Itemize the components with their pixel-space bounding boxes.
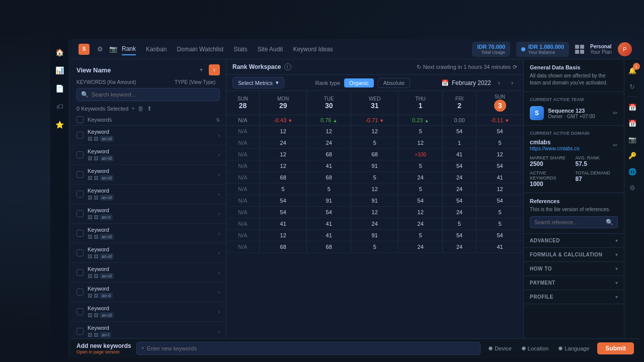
accordion-item[interactable]: ADVANCED ▾: [524, 234, 624, 248]
data-cell: 12: [351, 207, 398, 218]
kw-tag: an-id: [100, 155, 114, 161]
nav-kanban[interactable]: Kanban: [146, 44, 167, 55]
list-item[interactable]: Keyword 🖼 🖼 an-n ›: [70, 204, 226, 224]
device-filter-button[interactable]: Device: [486, 344, 515, 353]
kw-expand-icon[interactable]: ›: [218, 290, 220, 295]
nav-stats[interactable]: Stats: [233, 44, 247, 55]
accordion-item[interactable]: FORMULA & CALCULATION ▾: [524, 248, 624, 262]
next-date-button[interactable]: ›: [507, 78, 517, 88]
info-icon[interactable]: i: [284, 63, 291, 70]
total-demand-value: 87: [576, 175, 618, 183]
right-icon-6[interactable]: 🌐: [626, 165, 638, 177]
kw-expand-icon[interactable]: ›: [218, 250, 220, 256]
edit-domain-icon[interactable]: ✏: [613, 142, 618, 149]
domain-url[interactable]: https://www.cmlabs.co: [530, 146, 580, 151]
data-cell: 54: [476, 126, 523, 137]
document-icon[interactable]: 📄: [53, 81, 67, 96]
open-full-link[interactable]: Open in page version: [76, 349, 131, 354]
kw-expand-icon[interactable]: ›: [218, 192, 220, 197]
table-row: N/A12419155454: [226, 160, 523, 172]
right-icon-0[interactable]: 🔔1: [626, 64, 638, 76]
list-item[interactable]: Keyword 🖼 🖼 an-l ›: [70, 322, 226, 338]
avg-rank-stat: AVG. RANK 57.5: [576, 155, 618, 167]
edit-team-icon[interactable]: ✏: [613, 110, 618, 117]
camera-icon[interactable]: 📷: [109, 45, 118, 54]
expand-panel-button[interactable]: ›: [209, 64, 220, 75]
settings-icon[interactable]: ⚙: [96, 45, 105, 54]
nav-domain-watchlist[interactable]: Domain Watchlist: [177, 44, 223, 55]
new-keyword-input[interactable]: [147, 345, 475, 351]
add-selection-icon[interactable]: +: [131, 105, 135, 112]
list-item[interactable]: Keyword 🖼 🖼 an-id ›: [70, 165, 226, 185]
ref-search-input[interactable]: [534, 220, 603, 225]
list-item[interactable]: Keyword 🖼 🖼 an-id ›: [70, 263, 226, 283]
right-icon-2[interactable]: 📅: [626, 101, 638, 113]
kw-name: Keyword: [88, 129, 216, 135]
kw-checkbox[interactable]: [76, 269, 84, 276]
grid-icon[interactable]: [575, 45, 584, 54]
kw-checkbox[interactable]: [76, 328, 84, 335]
data-cell: 54: [443, 230, 476, 241]
add-view-button[interactable]: +: [196, 64, 207, 75]
sort-icon[interactable]: ⇅: [216, 117, 220, 123]
list-item[interactable]: Keyword 🖼 🖼 an-id ›: [70, 126, 226, 145]
kw-checkbox[interactable]: [76, 171, 84, 178]
right-icon-4[interactable]: 📷: [626, 133, 638, 145]
delete-selection-icon[interactable]: 🗑: [138, 105, 144, 112]
home-icon[interactable]: 🏠: [53, 45, 67, 59]
accordion-item[interactable]: PAYMENT ▾: [524, 276, 624, 290]
chart-icon[interactable]: 📊: [53, 63, 67, 77]
add-keywords-button[interactable]: Add new keywords: [76, 342, 131, 349]
kw-checkbox[interactable]: [76, 191, 84, 198]
list-item[interactable]: Keyword 🖼 🖼 an-id ›: [70, 243, 226, 263]
day-number: 29: [279, 102, 287, 110]
kw-expand-icon[interactable]: ›: [218, 152, 220, 158]
organic-type-button[interactable]: Organic: [344, 78, 374, 87]
nav-rank[interactable]: Rank: [122, 43, 136, 55]
submit-button[interactable]: Submit: [597, 342, 634, 354]
kw-expand-icon[interactable]: ›: [218, 133, 220, 138]
kw-checkbox[interactable]: [76, 132, 84, 139]
kw-checkbox[interactable]: [76, 308, 84, 315]
location-filter-button[interactable]: Location: [519, 344, 552, 353]
kw-expand-icon[interactable]: ›: [218, 231, 220, 236]
kw-expand-icon[interactable]: ›: [218, 211, 220, 217]
kw-checkbox[interactable]: [76, 210, 84, 217]
export-selection-icon[interactable]: ⬆: [147, 105, 152, 112]
data-cell: 5: [398, 126, 443, 137]
data-cell: 54: [443, 195, 476, 207]
data-cell: 54: [476, 195, 523, 207]
language-filter-button[interactable]: Language: [555, 344, 592, 353]
toolbar-row2: Select Metrics ▾ Rank type Organic Absol…: [226, 75, 523, 91]
nav-keyword-ideas[interactable]: Keyword Ideas: [293, 44, 333, 55]
tag-icon[interactable]: 🏷: [53, 100, 67, 114]
kw-checkbox[interactable]: [76, 151, 84, 158]
right-icon-1[interactable]: ↻: [626, 80, 638, 93]
search-input[interactable]: [92, 92, 215, 98]
accordion-item[interactable]: HOW TO ▾: [524, 262, 624, 276]
list-item[interactable]: Keyword 🖼 🖼 an-id ›: [70, 224, 226, 243]
kw-expand-icon[interactable]: ›: [218, 329, 220, 334]
select-all-checkbox[interactable]: [76, 116, 84, 123]
list-item[interactable]: Keyword 🖼 🖼 an-id ›: [70, 302, 226, 322]
accordion-item[interactable]: PROFILE ▾: [524, 290, 624, 304]
right-icon-7[interactable]: ⚙: [626, 182, 638, 194]
kw-checkbox[interactable]: [76, 249, 84, 256]
kw-checkbox[interactable]: [76, 230, 84, 237]
avatar[interactable]: P: [618, 42, 632, 56]
right-icon-5[interactable]: 🔑: [626, 149, 638, 161]
prev-date-button[interactable]: ‹: [494, 78, 504, 88]
crawling-refresh-icon[interactable]: ⟳: [513, 64, 517, 70]
kw-checkbox[interactable]: [76, 289, 84, 296]
kw-expand-icon[interactable]: ›: [218, 270, 220, 276]
right-icon-3[interactable]: 📅: [626, 117, 638, 129]
star-icon[interactable]: ⭐: [53, 118, 67, 132]
list-item[interactable]: Keyword 🖼 🖼 an-id ›: [70, 185, 226, 204]
list-item[interactable]: Keyword 🖼 🖼 an-d ›: [70, 283, 226, 302]
nav-site-audit[interactable]: Site Audit: [258, 44, 283, 55]
kw-expand-icon[interactable]: ›: [218, 309, 220, 315]
select-metrics-dropdown[interactable]: Select Metrics ▾: [232, 77, 284, 88]
kw-expand-icon[interactable]: ›: [218, 172, 220, 177]
list-item[interactable]: Keyword 🖼 🖼 an-id ›: [70, 145, 226, 165]
absolute-type-button[interactable]: Absolute: [378, 78, 411, 88]
